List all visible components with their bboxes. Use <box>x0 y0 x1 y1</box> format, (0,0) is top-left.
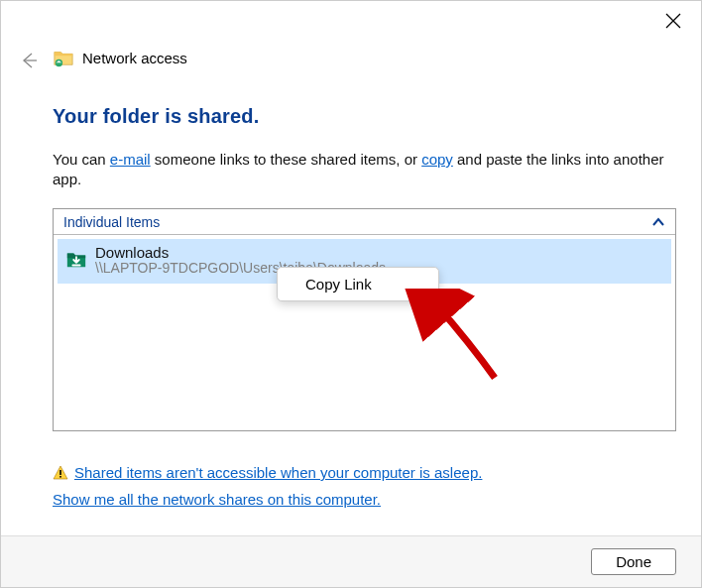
dialog-footer: Done <box>1 535 701 587</box>
item-name: Downloads <box>95 245 386 262</box>
svg-rect-6 <box>59 470 61 475</box>
content-area: Your folder is shared. You can e-mail so… <box>53 105 676 431</box>
svg-rect-7 <box>59 476 61 478</box>
close-icon <box>665 13 681 29</box>
arrow-left-icon <box>19 51 39 70</box>
done-button[interactable]: Done <box>591 548 676 575</box>
back-button[interactable] <box>19 51 39 70</box>
group-title: Individual Items <box>63 214 651 230</box>
shared-items-box: Individual Items Downloads \\LAPTOP-9TDC… <box>53 208 676 431</box>
sleep-warning-link[interactable]: Shared items aren't accessible when your… <box>74 464 482 481</box>
menu-item-copy-link[interactable]: Copy Link <box>278 270 438 298</box>
intro-part: You can <box>53 151 110 168</box>
intro-text: You can e-mail someone links to these sh… <box>53 150 676 190</box>
dialog-header: Network access <box>53 47 681 68</box>
annotation-arrow-icon <box>376 289 505 388</box>
close-button[interactable] <box>665 13 683 31</box>
warning-row: Shared items aren't accessible when your… <box>53 464 676 481</box>
email-link[interactable]: e-mail <box>110 151 151 168</box>
svg-point-4 <box>58 61 60 63</box>
network-folder-icon <box>53 47 74 68</box>
downloads-folder-icon <box>65 249 87 271</box>
copy-link[interactable]: copy <box>421 151 453 168</box>
intro-part: someone links to these shared items, or <box>151 151 421 168</box>
group-header[interactable]: Individual Items <box>54 209 675 235</box>
show-all-shares-link[interactable]: Show me all the network shares on this c… <box>53 491 381 508</box>
network-access-dialog: Network access Your folder is shared. Yo… <box>0 0 702 588</box>
page-heading: Your folder is shared. <box>53 105 676 128</box>
context-menu: Copy Link <box>277 267 439 301</box>
warning-icon <box>53 465 68 481</box>
show-all-row: Show me all the network shares on this c… <box>53 491 381 508</box>
dialog-title: Network access <box>82 50 187 66</box>
chevron-up-icon <box>651 215 665 229</box>
